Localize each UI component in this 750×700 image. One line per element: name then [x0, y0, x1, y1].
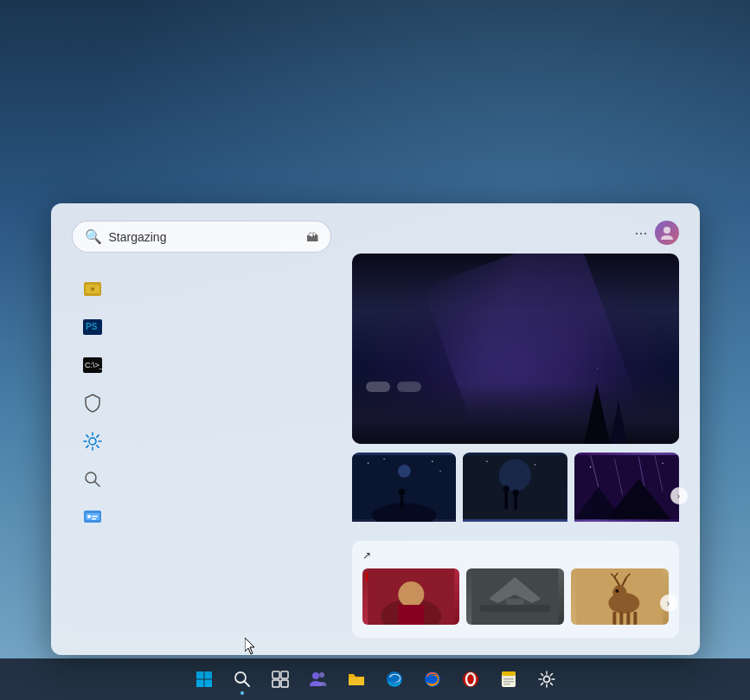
notepad-button[interactable] — [491, 662, 526, 697]
shield-icon — [80, 391, 105, 415]
svg-rect-73 — [281, 680, 288, 687]
svg-rect-30 — [515, 495, 518, 510]
svg-rect-46 — [398, 605, 424, 625]
hero-image[interactable] — [352, 254, 679, 444]
recent-item-disk-cleanup[interactable] — [72, 270, 331, 308]
svg-point-22 — [367, 462, 368, 463]
trending-title: ↗ — [362, 549, 375, 562]
news-item-rihanna[interactable]: H A W — [362, 568, 460, 629]
svg-rect-14 — [92, 516, 98, 517]
trending-header: ↗ — [362, 549, 669, 562]
svg-rect-66 — [196, 680, 204, 688]
search-small-icon — [80, 467, 105, 491]
svg-text:PS: PS — [86, 322, 98, 331]
svg-rect-28 — [504, 491, 508, 509]
svg-rect-83 — [503, 678, 514, 680]
svg-point-33 — [535, 464, 535, 465]
news-item-china[interactable] — [466, 568, 564, 629]
file-explorer-button[interactable] — [339, 662, 374, 697]
recent-item-restore-point[interactable] — [72, 498, 331, 536]
svg-point-32 — [486, 461, 487, 462]
svg-point-53 — [612, 585, 626, 600]
svg-rect-72 — [272, 680, 279, 687]
svg-point-41 — [590, 466, 591, 467]
svg-line-10 — [94, 482, 99, 487]
disk-cleanup-icon — [80, 277, 105, 301]
thumbnail-item-0[interactable] — [352, 453, 457, 530]
thumbnail-image-2 — [574, 453, 679, 522]
trending-arrow-icon: ↗ — [362, 549, 371, 562]
svg-point-74 — [312, 672, 319, 679]
teams-button[interactable] — [301, 662, 336, 697]
search-button[interactable] — [225, 662, 260, 697]
trending-section: ↗ H A W — [352, 541, 679, 638]
taskbar — [0, 658, 750, 700]
svg-text:C:\>_: C:\>_ — [85, 361, 103, 369]
recent-item-command-prompt[interactable]: C:\>_ — [72, 346, 331, 384]
start-button[interactable] — [187, 662, 221, 697]
news-thumb-deer — [571, 568, 669, 625]
svg-point-75 — [319, 672, 324, 678]
news-items-grid: H A W — [362, 568, 669, 629]
svg-rect-56 — [626, 612, 630, 625]
svg-line-69 — [244, 682, 249, 687]
news-header: ··· — [352, 221, 679, 245]
svg-point-18 — [397, 465, 410, 478]
svg-rect-20 — [400, 495, 403, 510]
thumbnail-image-1 — [463, 453, 567, 522]
recent-item-settings[interactable] — [72, 422, 331, 460]
svg-point-13 — [87, 515, 91, 518]
svg-rect-15 — [92, 518, 96, 520]
svg-point-25 — [439, 471, 440, 472]
svg-point-3 — [92, 288, 93, 290]
svg-rect-76 — [349, 678, 364, 685]
news-nav-right[interactable]: › — [660, 594, 677, 612]
svg-point-24 — [432, 461, 433, 462]
thumbnail-image-0 — [352, 453, 457, 522]
hero-landscape — [352, 383, 679, 444]
svg-rect-65 — [204, 671, 212, 679]
firefox-button[interactable] — [415, 662, 450, 697]
search-bar[interactable]: 🔍 🏔 — [72, 221, 331, 253]
task-view-button[interactable] — [263, 662, 298, 697]
hero-text — [366, 371, 665, 392]
user-avatar[interactable] — [655, 221, 679, 245]
thumbnail-grid: › — [352, 453, 679, 530]
recent-item-powershell[interactable]: PS — [72, 308, 331, 346]
learn-more-button[interactable] — [366, 382, 390, 392]
svg-point-23 — [383, 459, 384, 459]
svg-point-58 — [615, 589, 619, 593]
search-input[interactable] — [109, 230, 299, 244]
thumbnail-label-1 — [463, 522, 567, 530]
opera-button[interactable] — [453, 662, 488, 697]
powershell-icon: PS — [80, 315, 105, 339]
svg-point-8 — [89, 438, 96, 445]
hero-tree-1 — [584, 383, 610, 444]
mic-icon[interactable]: 🏔 — [306, 230, 318, 244]
all-images-button[interactable] — [397, 382, 421, 392]
thumbnail-label-2 — [574, 522, 679, 530]
start-menu: 🔍 🏔 PS — [51, 203, 700, 655]
svg-rect-47 — [472, 568, 559, 625]
svg-rect-49 — [507, 599, 524, 606]
svg-point-16 — [663, 227, 670, 234]
settings-icon — [80, 429, 105, 453]
thumbnail-item-2[interactable] — [574, 453, 679, 530]
recent-item-security-app[interactable] — [72, 460, 331, 498]
svg-point-27 — [499, 459, 531, 491]
settings-taskbar-button[interactable] — [529, 662, 564, 697]
more-options-button[interactable]: ··· — [634, 225, 647, 241]
thumbnail-nav-right[interactable]: › — [670, 487, 688, 504]
news-item-deer[interactable] — [571, 568, 669, 629]
svg-point-45 — [398, 581, 424, 607]
svg-point-31 — [513, 490, 519, 496]
svg-point-29 — [503, 485, 510, 491]
edge-button[interactable] — [377, 662, 412, 697]
svg-rect-82 — [502, 671, 516, 676]
svg-rect-71 — [281, 671, 288, 678]
svg-point-42 — [662, 462, 663, 463]
news-actions: ··· — [634, 221, 678, 245]
thumbnail-item-1[interactable] — [463, 453, 567, 530]
recent-item-windows-security[interactable] — [72, 384, 331, 422]
cmd-icon: C:\>_ — [80, 353, 105, 377]
